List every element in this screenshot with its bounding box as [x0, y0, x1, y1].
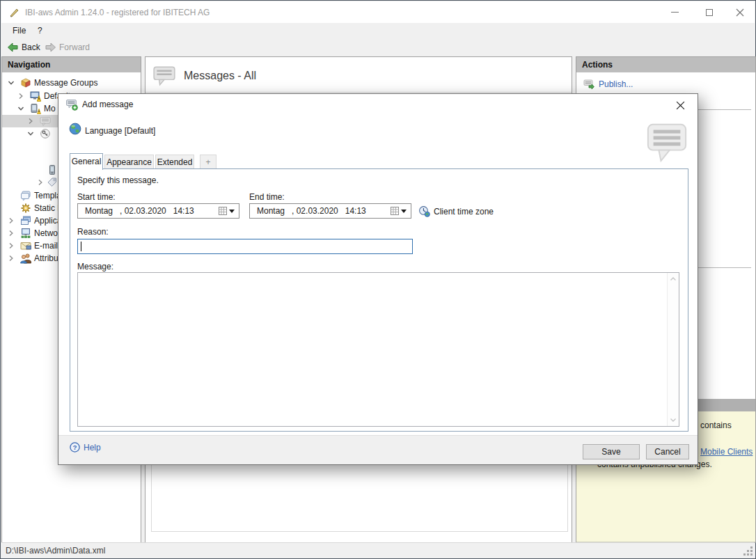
chevron-down-icon[interactable]	[8, 79, 15, 86]
language-label: Language [Default]	[85, 126, 155, 136]
end-time-label: End time:	[249, 192, 285, 202]
text-caret	[81, 242, 81, 251]
globe-icon	[69, 123, 81, 135]
tab-general[interactable]: General	[70, 153, 103, 170]
close-icon	[736, 8, 744, 17]
tree-item-label: Templa	[34, 191, 61, 200]
svg-text:?: ?	[73, 444, 77, 451]
attributes-icon	[20, 253, 31, 264]
tab-add[interactable]: +	[200, 155, 216, 169]
chevron-down-icon[interactable]	[17, 105, 24, 112]
navigation-header: Navigation	[2, 57, 141, 72]
menu-bar: File ?	[1, 23, 755, 38]
chevron-right-icon[interactable]	[8, 255, 15, 262]
tree-item-label: E-mail	[34, 241, 58, 251]
app-window: IBI-aws Admin 1.24.0 - registered for IB…	[0, 0, 756, 559]
messages-header-icon	[152, 63, 176, 87]
save-button[interactable]: Save	[583, 444, 640, 459]
phone-icon	[47, 164, 58, 175]
back-label: Back	[22, 42, 40, 52]
tree-item-label: Netwo	[34, 228, 58, 238]
menu-file[interactable]: File	[8, 23, 30, 38]
app-icon	[9, 7, 20, 18]
tag-icon	[47, 177, 58, 188]
chevron-right-icon[interactable]	[8, 242, 15, 249]
tab-extended[interactable]: Extended	[155, 155, 194, 169]
dialog-title: Add message	[82, 100, 133, 109]
chevron-right-icon[interactable]	[8, 230, 15, 237]
help-label: Help	[84, 443, 101, 452]
actions-header: Actions	[576, 57, 755, 72]
forward-icon	[45, 42, 56, 53]
note-text: contains	[700, 420, 732, 430]
reason-input[interactable]	[77, 239, 413, 254]
start-time-label: Start time:	[77, 192, 116, 202]
start-time-picker[interactable]: Montag , 02.03.2020 14:13	[77, 203, 239, 219]
toolbar: Back Forward	[1, 38, 755, 56]
publish-label: Publish...	[599, 79, 633, 89]
back-icon	[7, 42, 19, 53]
tree-item-label: Attribu	[34, 253, 58, 263]
publish-icon	[583, 79, 594, 90]
title-bar: IBI-aws Admin 1.24.0 - registered for IB…	[1, 1, 755, 23]
close-icon	[676, 101, 685, 110]
chevron-right-icon[interactable]	[37, 179, 44, 186]
message-textarea[interactable]	[77, 272, 679, 427]
data-file-path: D:\IBI-aws\Admin\Data.xml	[6, 546, 105, 556]
help-link[interactable]: ? Help	[70, 442, 101, 452]
menu-help[interactable]: ?	[33, 23, 47, 38]
chevron-right-icon[interactable]	[27, 118, 34, 125]
maximize-button[interactable]	[698, 1, 721, 23]
message-scrollbar[interactable]	[667, 273, 679, 426]
mail-icon	[20, 240, 31, 251]
tree-item-label: Mo	[44, 104, 56, 113]
publish-action[interactable]: Publish...	[583, 79, 633, 90]
monitor-warning-icon	[30, 90, 41, 102]
network-icon	[20, 228, 31, 239]
intro-text: Specify this message.	[77, 175, 159, 185]
back-button[interactable]: Back	[7, 40, 40, 54]
message-label: Message:	[77, 262, 113, 271]
resize-grip[interactable]	[744, 547, 753, 556]
chevron-right-icon[interactable]	[17, 93, 24, 100]
dialog-close-button[interactable]	[671, 97, 689, 113]
dialog-footer: ? Help Save Cancel	[58, 435, 698, 464]
add-message-dialog: Add message Language [Default] General A…	[58, 93, 698, 465]
device-warning-icon	[30, 103, 41, 114]
message-groups-icon	[20, 77, 31, 88]
tab-appearance[interactable]: Appearance	[104, 155, 154, 169]
window-title: IBI-aws Admin 1.24.0 - registered for IB…	[25, 8, 210, 17]
static-messages-icon	[20, 203, 31, 214]
add-message-icon	[66, 99, 78, 111]
status-bar: D:\IBI-aws\Admin\Data.xml	[1, 542, 755, 558]
forward-label: Forward	[59, 42, 90, 52]
chevron-down-icon[interactable]	[27, 130, 34, 137]
clock-icon	[418, 205, 430, 217]
calendar-dropdown-icon[interactable]	[391, 205, 409, 216]
mobile-clients-link[interactable]: Mobile Clients	[700, 447, 753, 457]
help-icon: ?	[70, 442, 80, 452]
calendar-dropdown-icon[interactable]	[219, 205, 237, 216]
cancel-button[interactable]: Cancel	[646, 444, 689, 459]
minimize-button[interactable]	[663, 1, 686, 23]
message-icon	[40, 116, 51, 127]
big-message-icon	[645, 120, 688, 164]
general-tab-page: Specify this message. Start time: End ti…	[70, 168, 688, 432]
client-time-zone-label: Client time zone	[434, 207, 494, 216]
tree-item-message-groups[interactable]: Message Groups	[2, 77, 141, 89]
reason-label: Reason:	[77, 227, 109, 237]
page-title: Messages - All	[184, 70, 256, 82]
key-icon	[40, 128, 51, 139]
end-time-picker[interactable]: Montag , 02.03.2020 14:13	[249, 203, 411, 219]
applications-icon	[20, 215, 31, 226]
header-divider	[145, 92, 572, 93]
templates-icon	[20, 190, 31, 201]
scroll-up-icon[interactable]	[669, 275, 677, 283]
tree-item-label: Message Groups	[34, 78, 97, 88]
chevron-right-icon[interactable]	[8, 217, 15, 224]
close-button[interactable]	[728, 1, 752, 23]
scroll-down-icon[interactable]	[669, 416, 677, 424]
forward-button[interactable]: Forward	[45, 40, 90, 54]
